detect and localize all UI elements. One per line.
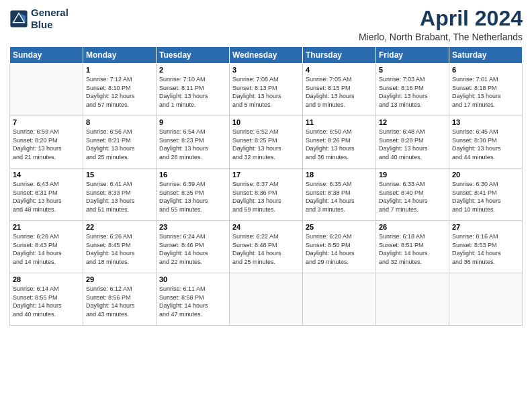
day-number: 23 — [159, 223, 226, 231]
day-info: Sunrise: 6:45 AM Sunset: 8:30 PM Dayligh… — [452, 128, 519, 161]
day-info: Sunrise: 6:39 AM Sunset: 8:35 PM Dayligh… — [159, 180, 226, 214]
day-info: Sunrise: 6:54 AM Sunset: 8:23 PM Dayligh… — [159, 128, 226, 161]
col-wednesday: Wednesday — [230, 47, 303, 64]
calendar-cell: 15Sunrise: 6:41 AM Sunset: 8:33 PM Dayli… — [83, 169, 157, 221]
col-friday: Friday — [376, 47, 449, 64]
col-tuesday: Tuesday — [157, 47, 230, 64]
day-info: Sunrise: 7:10 AM Sunset: 8:11 PM Dayligh… — [159, 75, 226, 109]
day-info: Sunrise: 6:24 AM Sunset: 8:46 PM Dayligh… — [159, 232, 226, 266]
day-number: 22 — [86, 223, 153, 231]
logo-line2: Blue — [31, 19, 69, 31]
day-number: 14 — [13, 171, 80, 179]
day-info: Sunrise: 7:08 AM Sunset: 8:13 PM Dayligh… — [232, 75, 300, 109]
day-info: Sunrise: 7:01 AM Sunset: 8:18 PM Dayligh… — [452, 75, 519, 109]
calendar-cell: 14Sunrise: 6:43 AM Sunset: 8:31 PM Dayli… — [10, 169, 83, 221]
calendar-cell: 24Sunrise: 6:22 AM Sunset: 8:48 PM Dayli… — [230, 221, 303, 273]
day-number: 13 — [452, 118, 519, 126]
day-info: Sunrise: 6:14 AM Sunset: 8:55 PM Dayligh… — [13, 285, 80, 318]
calendar-cell: 2Sunrise: 7:10 AM Sunset: 8:11 PM Daylig… — [157, 64, 230, 116]
day-info: Sunrise: 6:28 AM Sunset: 8:43 PM Dayligh… — [13, 232, 80, 266]
calendar-cell: 20Sunrise: 6:30 AM Sunset: 8:41 PM Dayli… — [449, 169, 523, 221]
day-number: 7 — [13, 118, 80, 126]
title-block: April 2024 Mierlo, North Brabant, The Ne… — [359, 7, 523, 42]
day-info: Sunrise: 6:41 AM Sunset: 8:33 PM Dayligh… — [86, 180, 153, 214]
day-number: 1 — [86, 66, 153, 74]
calendar-cell: 27Sunrise: 6:16 AM Sunset: 8:53 PM Dayli… — [449, 221, 523, 273]
day-info: Sunrise: 6:37 AM Sunset: 8:36 PM Dayligh… — [232, 180, 300, 214]
calendar-cell: 10Sunrise: 6:52 AM Sunset: 8:25 PM Dayli… — [230, 116, 303, 169]
day-info: Sunrise: 6:22 AM Sunset: 8:48 PM Dayligh… — [232, 232, 300, 266]
header-row: Sunday Monday Tuesday Wednesday Thursday… — [10, 47, 523, 64]
calendar-cell: 13Sunrise: 6:45 AM Sunset: 8:30 PM Dayli… — [449, 116, 523, 169]
logo-text: General Blue — [31, 7, 69, 31]
day-number: 3 — [232, 66, 300, 74]
calendar-cell — [449, 273, 523, 326]
day-number: 26 — [379, 223, 446, 231]
calendar-cell: 19Sunrise: 6:33 AM Sunset: 8:40 PM Dayli… — [376, 169, 449, 221]
calendar-cell: 3Sunrise: 7:08 AM Sunset: 8:13 PM Daylig… — [230, 64, 303, 116]
day-number: 8 — [86, 118, 153, 126]
calendar-cell — [10, 64, 83, 116]
day-info: Sunrise: 6:18 AM Sunset: 8:51 PM Dayligh… — [379, 232, 446, 266]
day-info: Sunrise: 6:50 AM Sunset: 8:26 PM Dayligh… — [306, 128, 373, 161]
day-number: 28 — [13, 275, 80, 283]
calendar-cell: 21Sunrise: 6:28 AM Sunset: 8:43 PM Dayli… — [10, 221, 83, 273]
day-number: 11 — [306, 118, 373, 126]
day-info: Sunrise: 6:16 AM Sunset: 8:53 PM Dayligh… — [452, 232, 519, 266]
col-monday: Monday — [83, 47, 157, 64]
location-title: Mierlo, North Brabant, The Netherlands — [359, 32, 523, 42]
day-number: 17 — [232, 171, 300, 179]
page: General Blue April 2024 Mierlo, North Br… — [0, 0, 532, 411]
day-info: Sunrise: 6:48 AM Sunset: 8:28 PM Dayligh… — [379, 128, 446, 161]
day-number: 20 — [452, 171, 519, 179]
day-number: 30 — [159, 275, 226, 283]
day-number: 25 — [306, 223, 373, 231]
month-title: April 2024 — [359, 7, 523, 30]
calendar-cell: 22Sunrise: 6:26 AM Sunset: 8:45 PM Dayli… — [83, 221, 157, 273]
day-number: 24 — [232, 223, 300, 231]
day-number: 5 — [379, 66, 446, 74]
day-info: Sunrise: 6:26 AM Sunset: 8:45 PM Dayligh… — [86, 232, 153, 266]
day-info: Sunrise: 6:56 AM Sunset: 8:21 PM Dayligh… — [86, 128, 153, 161]
day-number: 21 — [13, 223, 80, 231]
calendar-cell: 11Sunrise: 6:50 AM Sunset: 8:26 PM Dayli… — [303, 116, 376, 169]
calendar-cell: 25Sunrise: 6:20 AM Sunset: 8:50 PM Dayli… — [303, 221, 376, 273]
calendar-cell: 16Sunrise: 6:39 AM Sunset: 8:35 PM Dayli… — [157, 169, 230, 221]
calendar-cell: 7Sunrise: 6:59 AM Sunset: 8:20 PM Daylig… — [10, 116, 83, 169]
day-number: 15 — [86, 171, 153, 179]
calendar-cell: 18Sunrise: 6:35 AM Sunset: 8:38 PM Dayli… — [303, 169, 376, 221]
week-row-3: 14Sunrise: 6:43 AM Sunset: 8:31 PM Dayli… — [10, 169, 523, 221]
calendar-cell: 9Sunrise: 6:54 AM Sunset: 8:23 PM Daylig… — [157, 116, 230, 169]
day-info: Sunrise: 7:12 AM Sunset: 8:10 PM Dayligh… — [86, 75, 153, 109]
calendar-cell: 26Sunrise: 6:18 AM Sunset: 8:51 PM Dayli… — [376, 221, 449, 273]
calendar-cell: 6Sunrise: 7:01 AM Sunset: 8:18 PM Daylig… — [449, 64, 523, 116]
day-info: Sunrise: 7:05 AM Sunset: 8:15 PM Dayligh… — [306, 75, 373, 109]
day-number: 2 — [159, 66, 226, 74]
day-number: 19 — [379, 171, 446, 179]
col-saturday: Saturday — [449, 47, 523, 64]
day-info: Sunrise: 6:11 AM Sunset: 8:58 PM Dayligh… — [159, 285, 226, 318]
calendar-cell: 28Sunrise: 6:14 AM Sunset: 8:55 PM Dayli… — [10, 273, 83, 326]
logo-icon — [9, 9, 28, 28]
day-number: 27 — [452, 223, 519, 231]
calendar-cell: 12Sunrise: 6:48 AM Sunset: 8:28 PM Dayli… — [376, 116, 449, 169]
day-info: Sunrise: 6:43 AM Sunset: 8:31 PM Dayligh… — [13, 180, 80, 214]
day-info: Sunrise: 6:35 AM Sunset: 8:38 PM Dayligh… — [306, 180, 373, 214]
day-number: 4 — [306, 66, 373, 74]
day-info: Sunrise: 6:20 AM Sunset: 8:50 PM Dayligh… — [306, 232, 373, 266]
week-row-5: 28Sunrise: 6:14 AM Sunset: 8:55 PM Dayli… — [10, 273, 523, 326]
week-row-2: 7Sunrise: 6:59 AM Sunset: 8:20 PM Daylig… — [10, 116, 523, 169]
calendar-table: Sunday Monday Tuesday Wednesday Thursday… — [9, 46, 523, 326]
col-thursday: Thursday — [303, 47, 376, 64]
calendar-cell: 17Sunrise: 6:37 AM Sunset: 8:36 PM Dayli… — [230, 169, 303, 221]
day-number: 10 — [232, 118, 300, 126]
day-info: Sunrise: 6:30 AM Sunset: 8:41 PM Dayligh… — [452, 180, 519, 214]
week-row-4: 21Sunrise: 6:28 AM Sunset: 8:43 PM Dayli… — [10, 221, 523, 273]
calendar-cell — [303, 273, 376, 326]
day-number: 12 — [379, 118, 446, 126]
calendar-cell — [230, 273, 303, 326]
calendar-cell: 4Sunrise: 7:05 AM Sunset: 8:15 PM Daylig… — [303, 64, 376, 116]
day-number: 6 — [452, 66, 519, 74]
col-sunday: Sunday — [10, 47, 83, 64]
calendar-cell — [376, 273, 449, 326]
